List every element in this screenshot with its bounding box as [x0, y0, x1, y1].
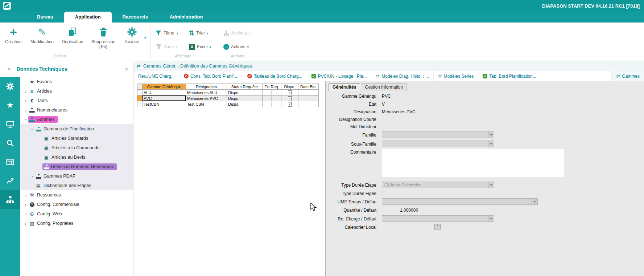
sidebar-item-config-commerciale[interactable]: ? Config. Commerciale [20, 200, 133, 209]
calendrier-local-help-button[interactable]: ? [434, 224, 441, 230]
sous-famille-dropdown[interactable] [382, 141, 494, 147]
avance-caret-icon[interactable]: ▾ [144, 36, 146, 40]
sidebar-item-gammes-planification[interactable]: Gammes de Planification [20, 124, 133, 134]
type-duree-figee-checkbox[interactable] [382, 191, 386, 195]
dropdown-caret-icon: ▾ [207, 31, 209, 35]
strip-hierarchy-button[interactable] [0, 190, 20, 209]
gammes-table: Gamme Générique Désignation Statut Requê… [137, 84, 319, 107]
column-header-dispo[interactable]: Dispo. [281, 84, 298, 90]
chevron-right-icon[interactable] [23, 89, 29, 94]
doc-tab-tableau-bord[interactable]: Tableau de Bord Charg... [243, 71, 307, 81]
chevron-down-icon[interactable] [29, 126, 35, 132]
dispo-checkbox[interactable] [288, 90, 292, 95]
sidebar-item-articles-standards[interactable]: ▣ Articles Standards [20, 134, 133, 143]
sidebar-item-config-web[interactable]: ⊕ Config. Web [20, 209, 133, 219]
table-corner-cell[interactable] [137, 84, 143, 90]
chevron-right-icon[interactable] [23, 98, 29, 104]
chevron-right-icon[interactable] [23, 192, 29, 198]
chevron-right-icon[interactable] [23, 221, 29, 226]
column-header-designation[interactable]: Désignation [186, 84, 227, 90]
label-quantite-defaut: Quantité / Défaut [326, 208, 376, 213]
column-header-statut-requete[interactable]: Statut Requête [227, 84, 263, 90]
trier-button[interactable]: ⇅ Trier ▾ [189, 29, 209, 37]
chevron-right-icon[interactable] [23, 211, 29, 217]
sidebar-item-dictionnaire-etapes[interactable]: ▤ Dictionnaire des Etapes [20, 181, 133, 190]
sidebar-item-config-proprietes[interactable]: ▥ Config. Propriétés [20, 219, 133, 228]
modification-button[interactable]: ✎ Modification [26, 25, 58, 44]
doc-tab-cons-tab-bord[interactable]: Cons. Tab. Bord Planif.... [179, 71, 243, 81]
chevron-right-icon[interactable] [23, 107, 29, 113]
label-etat: Etat [326, 102, 376, 107]
excel-button[interactable]: X Excel ▾ [189, 43, 211, 51]
doc-tab-gammes[interactable]: ⇄ Gammes [611, 71, 644, 81]
doc-tab-res-ume[interactable]: Res./UME Charg... [134, 71, 179, 81]
row-selector-cell[interactable] [137, 90, 143, 96]
doc-tab-modeles-series[interactable]: ⚒ Modèles Séries [434, 71, 478, 81]
strip-charts-button[interactable] [0, 171, 20, 190]
value-etat: V [382, 102, 385, 107]
sidebar-item-nomenclatures[interactable]: Nomenclatures [20, 105, 133, 115]
strip-favorites-button[interactable]: ★ [0, 96, 20, 115]
chevron-right-icon[interactable] [23, 202, 29, 207]
avance-button[interactable]: Avancé [120, 25, 144, 44]
err-req-checkbox[interactable] [272, 96, 272, 101]
ribbon-separator [218, 25, 218, 59]
sidebar-item-tarifs[interactable]: € Tarifs [20, 96, 133, 105]
strip-search-button[interactable] [0, 134, 20, 153]
dispo-checkbox[interactable] [288, 96, 292, 101]
ribbon-tab-administration[interactable]: Administration [159, 12, 214, 23]
label-gamme-generique: Gamme Génériqu [326, 94, 376, 99]
sidebar-item-definition-gammes-generiques[interactable]: Définition Gammes Génériques [20, 162, 133, 171]
duplication-button[interactable]: Duplication [59, 25, 86, 44]
suppression-button[interactable]: Suppression (F6) [87, 25, 120, 49]
doc-tab-modeles-diag[interactable]: ⚒ Modèles Diag. Histo. : ... [371, 71, 433, 81]
sidebar-item-articles-commande[interactable]: ▣ Articles à la Commande [20, 143, 133, 153]
re-charge-dropdown[interactable] [382, 215, 494, 222]
strip-settings-button[interactable] [0, 77, 20, 96]
ribbon-tab-bureau[interactable]: Bureau [26, 12, 64, 23]
sidebar-item-favoris[interactable]: ★ Favoris [20, 77, 133, 86]
column-header-gamme-generique[interactable]: Gamme Générique [143, 84, 186, 90]
euro-icon: € [29, 98, 35, 104]
ume-temps-dropdown[interactable] [382, 198, 538, 205]
sidebar-item-gammes[interactable]: Gammes [20, 115, 133, 124]
table-row-selected[interactable]: PVC Menuiseries PVC Dispo. [137, 96, 319, 101]
doc-tab-pvc-lissage[interactable]: PVC/UN - Lissage : Pla... [307, 71, 372, 81]
ribbon-tab-raccourcis[interactable]: Raccourcis [112, 12, 159, 23]
selected-purple-highlight: Définition Gammes Génériques [42, 163, 117, 170]
row-selector-cell[interactable] [137, 101, 143, 107]
strip-desktop-button[interactable] [0, 115, 20, 134]
doc-tab-tab-bord-planification[interactable]: Tab. Bord Planification... [478, 71, 541, 81]
blocked-icon [247, 74, 252, 78]
excel-icon: X [189, 44, 195, 50]
sidebar-item-gammes-pdap[interactable]: Gammes PDAP [20, 171, 133, 181]
err-req-checkbox[interactable] [272, 90, 272, 95]
tab-gestion-information[interactable]: Gestion Information [361, 83, 407, 91]
err-req-checkbox[interactable] [272, 102, 272, 107]
actions-button[interactable]: → Actions ▾ [223, 43, 249, 51]
table-row[interactable]: TestCBN Test CBN Dispo. [137, 101, 319, 107]
document-title: Gammes Génér. : Définition des Gammes Gé… [143, 64, 252, 69]
sidebar-item-articles[interactable]: ≡ Articles [20, 86, 133, 96]
strip-tables-button[interactable] [0, 153, 20, 171]
label-designation: Désignation [326, 109, 376, 114]
tab-generalites[interactable]: Généralités [329, 83, 360, 91]
column-header-date-blo[interactable]: Date Blo. [298, 84, 319, 90]
row-selector-cell[interactable] [137, 96, 143, 101]
filtrer-button[interactable]: Filtrer ▾ [155, 29, 178, 37]
creation-button[interactable]: + Création [1, 25, 25, 44]
table-row[interactable]: ALU Menuiseries ALU Dispo. [137, 90, 319, 96]
dropdown-caret-icon: ▾ [249, 31, 251, 35]
network-icon [35, 127, 42, 131]
dispo-checkbox[interactable] [288, 102, 292, 107]
commentaire-textarea[interactable] [382, 149, 565, 177]
ribbon-tab-application[interactable]: Application [64, 12, 112, 23]
famille-dropdown[interactable] [382, 131, 494, 138]
collapse-sidebar-icon[interactable]: « [7, 65, 11, 73]
sidebar-item-articles-devis[interactable]: ▣ Articles au Devis [20, 153, 133, 162]
close-sidebar-icon[interactable]: × [125, 66, 128, 72]
chevron-right-icon[interactable] [29, 174, 35, 179]
sidebar-item-ressources[interactable]: ⚒ Ressources [20, 190, 133, 200]
column-header-err-req[interactable]: Err.Req. [263, 84, 281, 90]
type-duree-etape-dropdown[interactable]: [J] Jours Calendrier [382, 182, 494, 188]
